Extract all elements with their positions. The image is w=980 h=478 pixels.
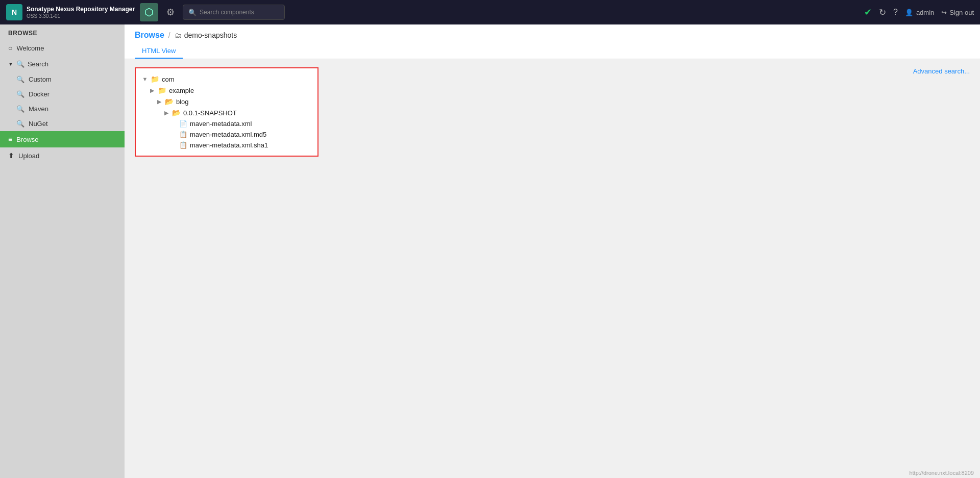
breadcrumb-repo-name: demo-snapshots (184, 31, 237, 39)
sidebar-section-label: Browse (0, 24, 125, 40)
signout-button[interactable]: ↪ Sign out (941, 9, 974, 16)
sidebar-item-nuget[interactable]: 🔍 NuGet (0, 116, 125, 131)
tree-node-snapshot[interactable]: ▶ 📂 0.0.1-SNAPSHOT (142, 107, 311, 118)
sidebar-item-custom[interactable]: 🔍 Custom (0, 72, 125, 87)
upload-icon: ⬆ (8, 152, 14, 160)
topbar-actions: ✔ ↻ ? 👤 admin ↪ Sign out (864, 7, 974, 18)
sidebar-item-label-search: Search (28, 60, 48, 68)
sidebar-item-maven[interactable]: 🔍 Maven (0, 102, 125, 116)
welcome-icon: ○ (8, 44, 12, 52)
view-tabs: HTML View (135, 44, 970, 59)
sidebar-item-label-custom: Custom (29, 76, 52, 83)
tree-label-com: com (162, 76, 175, 83)
browse-icon: ≡ (8, 135, 12, 143)
search-input[interactable] (200, 9, 279, 16)
toggle-maven-md5 (170, 132, 177, 138)
tree-label-maven-md5: maven-metadata.xml.md5 (190, 131, 266, 138)
folder-icon-snapshot: 📂 (172, 109, 181, 117)
help-icon[interactable]: ? (893, 8, 898, 17)
breadcrumb-browse[interactable]: Browse (135, 31, 164, 40)
file-icon-md5: 📋 (179, 131, 187, 138)
repo-icon: 🗂 (175, 31, 182, 39)
user-icon: 👤 (905, 9, 913, 16)
search-icon: 🔍 (188, 9, 197, 16)
sidebar-item-browse[interactable]: ≡ Browse (0, 131, 125, 147)
tree-label-maven-sha1: maven-metadata.xml.sha1 (190, 141, 268, 149)
tree-panel: ▼ 📁 com ▶ 📁 example ▶ 📂 blog (135, 67, 318, 157)
docker-search-icon: 🔍 (16, 90, 24, 98)
settings-icon[interactable]: ⚙ (163, 4, 178, 21)
sidebar-item-welcome[interactable]: ○ Welcome (0, 40, 125, 56)
sidebar-item-label-welcome: Welcome (16, 44, 44, 52)
status-ok-icon: ✔ (864, 7, 872, 18)
sidebar-item-label-upload: Upload (18, 152, 39, 160)
sidebar-item-label-maven: Maven (29, 105, 48, 113)
folder-icon-blog: 📂 (165, 97, 174, 106)
advanced-search-link[interactable]: Advanced search... (913, 67, 970, 75)
file-icon-xml: 📄 (179, 120, 187, 128)
toggle-com: ▼ (142, 76, 148, 82)
app-title: Sonatype Nexus Repository Manager (27, 6, 135, 14)
toggle-snapshot: ▶ (163, 110, 169, 116)
file-icon-sha1: 📋 (179, 141, 187, 149)
main-content: Advanced search... ▼ 📁 com ▶ 📁 example (125, 59, 980, 478)
sidebar-item-docker[interactable]: 🔍 Docker (0, 87, 125, 102)
toggle-maven-sha1 (170, 142, 177, 148)
tree-node-com[interactable]: ▼ 📁 com (142, 73, 311, 85)
footer-url: http://drone.nxt.local:8209 (909, 470, 974, 476)
search-box[interactable]: 🔍 (183, 5, 285, 20)
toggle-example: ▶ (149, 87, 155, 94)
toggle-blog: ▶ (156, 98, 162, 105)
tree-node-maven-md5[interactable]: 📋 maven-metadata.xml.md5 (142, 129, 311, 140)
breadcrumb-separator: / (168, 31, 170, 39)
app-logo: N Sonatype Nexus Repository Manager OSS … (6, 4, 135, 20)
layout: Browse ○ Welcome ▼ 🔍 Search 🔍 Custom 🔍 D… (0, 24, 980, 478)
nav-box-icon[interactable] (140, 3, 158, 21)
maven-search-icon: 🔍 (16, 105, 24, 113)
tree-label-maven-xml: maven-metadata.xml (190, 120, 252, 128)
sidebar-item-label-nuget: NuGet (29, 120, 48, 128)
tree-label-blog: blog (176, 98, 189, 106)
breadcrumb-repo: 🗂 demo-snapshots (175, 31, 237, 39)
user-label: admin (916, 9, 934, 16)
tree-node-maven-xml[interactable]: 📄 maven-metadata.xml (142, 118, 311, 129)
sidebar-item-label-browse: Browse (16, 136, 38, 143)
breadcrumb: Browse / 🗂 demo-snapshots (135, 31, 970, 40)
main-content-area: Browse / 🗂 demo-snapshots HTML View Adva… (125, 24, 980, 478)
sidebar-item-search[interactable]: ▼ 🔍 Search (0, 56, 125, 72)
user-menu[interactable]: 👤 admin (905, 9, 934, 16)
topbar: N Sonatype Nexus Repository Manager OSS … (0, 0, 980, 24)
tree-label-snapshot: 0.0.1-SNAPSHOT (183, 109, 237, 117)
tree-label-example: example (169, 87, 194, 94)
refresh-icon[interactable]: ↻ (879, 7, 886, 18)
chevron-down-icon: ▼ (8, 61, 13, 67)
sidebar-item-label-docker: Docker (29, 90, 50, 98)
custom-search-icon: 🔍 (16, 76, 24, 83)
sidebar-item-upload[interactable]: ⬆ Upload (0, 147, 125, 164)
toggle-maven-xml (170, 121, 177, 127)
app-version: OSS 3.30.1-01 (27, 13, 135, 19)
logo-text: Sonatype Nexus Repository Manager OSS 3.… (27, 6, 135, 19)
tree-node-maven-sha1[interactable]: 📋 maven-metadata.xml.sha1 (142, 140, 311, 150)
tree-node-blog[interactable]: ▶ 📂 blog (142, 96, 311, 107)
main-header: Browse / 🗂 demo-snapshots HTML View (125, 24, 980, 59)
sidebar: Browse ○ Welcome ▼ 🔍 Search 🔍 Custom 🔍 D… (0, 24, 125, 478)
folder-icon-example: 📁 (158, 86, 166, 94)
signout-label: Sign out (949, 9, 974, 16)
signout-icon: ↪ (941, 9, 947, 16)
tab-html-view[interactable]: HTML View (135, 44, 183, 59)
footer: http://drone.nxt.local:8209 (903, 468, 980, 478)
logo-icon: N (6, 4, 22, 20)
tree-node-example[interactable]: ▶ 📁 example (142, 85, 311, 96)
folder-icon-com: 📁 (151, 75, 159, 83)
nuget-search-icon: 🔍 (16, 120, 24, 128)
search-icon-sidebar: 🔍 (16, 60, 24, 68)
